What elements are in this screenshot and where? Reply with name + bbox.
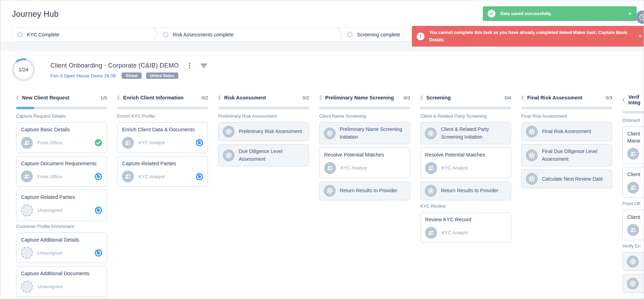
- column-header[interactable]: New Client Request 1/5: [16, 94, 107, 101]
- column-count: 0/3: [403, 95, 410, 100]
- journey-board: New Client Request 1/5 Capture Request D…: [16, 94, 644, 299]
- jurisdiction-badge: United States: [146, 72, 178, 79]
- system-task-card[interactable]: Preliminary Name Screening Initiation: [319, 122, 410, 144]
- column-title: Verif Integ: [628, 94, 641, 105]
- task-title: Client & Related Party Screening Initiat…: [441, 126, 507, 141]
- journey-template-link[interactable]: Fen-X Open House Demo 28.09: [50, 73, 115, 78]
- column-screening: Screening 0/4 Client & Related Party Scr…: [420, 94, 511, 299]
- assignee-name: KYC Analyst: [341, 165, 367, 171]
- assignee-avatar-icon: [425, 227, 437, 239]
- history-button[interactable]: [636, 11, 644, 24]
- task-card[interactable]: Client: [622, 167, 644, 198]
- system-task-card[interactable]: Return Results to Provider: [420, 181, 511, 200]
- column-preliminary-name-screening: Preliminary Name Screening 0/3 Client Na…: [319, 94, 410, 299]
- task-title: Return Results to Provider: [340, 187, 397, 195]
- milestone-risk-assessments-complete[interactable]: Risk Assessments complete: [158, 28, 337, 41]
- task-card[interactable]: Client Mana: [622, 126, 644, 164]
- system-task-card[interactable]: Return Results to Provider: [319, 181, 410, 200]
- status-in-progress-icon: [95, 249, 102, 257]
- stage-label: Capture Request Details: [16, 113, 107, 119]
- journey-header: 1/24 Client Onboarding - Corporate (C&IB…: [12, 58, 207, 81]
- system-task-card[interactable]: Preliminary Risk Assessment: [218, 122, 309, 141]
- column-header[interactable]: Preliminary Name Screening 0/3: [319, 94, 410, 101]
- column-header[interactable]: Enrich Client Information 0/2: [117, 94, 208, 101]
- jurisdiction-badge: Global: [122, 72, 141, 79]
- system-task-card[interactable]: Client & Related Party Screening Initiat…: [420, 122, 511, 144]
- system-task-card[interactable]: Calculate Next Review Date: [521, 169, 612, 188]
- task-card[interactable]: Review KYC Record KYC Analyst: [420, 212, 511, 243]
- task-card[interactable]: Client: [622, 210, 644, 241]
- task-card[interactable]: Enrich Client Data & Documents KYC Analy…: [117, 122, 208, 153]
- column-progress-bar: [117, 107, 208, 109]
- column-header[interactable]: Final Risk Assessment 0/3: [521, 94, 612, 101]
- close-icon[interactable]: ×: [638, 33, 642, 39]
- system-task-card[interactable]: Final Risk Assessment: [521, 122, 612, 141]
- task-card[interactable]: Capture Additional Documents Unassigned: [16, 266, 107, 297]
- milestone-kyc-complete[interactable]: KYC Complete: [12, 28, 153, 41]
- column-header[interactable]: Verif Integ: [622, 94, 644, 105]
- assignee-avatar-icon: [324, 162, 336, 174]
- status-done-icon: [95, 139, 102, 146]
- chevron-left-icon: [420, 95, 423, 100]
- assignee-name: Unassigned: [37, 208, 62, 213]
- task-title: Capture Additional Details: [21, 237, 102, 244]
- column-header[interactable]: Screening 0/4: [420, 94, 511, 101]
- task-card[interactable]: Capture Related Parties KYC Analyst: [117, 156, 208, 187]
- task-card[interactable]: Capture Related Parties Unassigned: [16, 190, 107, 221]
- task-title: Client: [627, 171, 644, 178]
- assignee-avatar-icon: [122, 171, 134, 182]
- assignee-name: KYC Analyst: [138, 174, 165, 179]
- task-title: Preliminary Name Screening Initiation: [340, 126, 406, 141]
- gear-icon: [425, 127, 437, 139]
- task-title: Preliminary Risk Assessment: [239, 128, 302, 135]
- gear-icon: [526, 173, 538, 185]
- task-title: Capture Related Parties: [122, 160, 203, 167]
- milestone-circle-icon: [17, 32, 23, 38]
- assignee-name: KYC Analyst: [138, 140, 165, 145]
- task-title: Resolve Potential Matches: [425, 152, 506, 159]
- column-progress-bar: [218, 107, 309, 109]
- system-task-card[interactable]: Due Diligence Level Assessment: [218, 144, 309, 166]
- task-card[interactable]: Resolve Potential Matches KYC Analyst: [319, 147, 410, 178]
- clock-history-icon: [638, 13, 644, 22]
- toast-success: Data saved successfully. ×: [483, 6, 637, 21]
- stage-label: KYC Review: [420, 203, 511, 209]
- task-title: Enrich Client Data & Documents: [122, 126, 203, 133]
- column-enrich-client-information: Enrich Client Information 0/2 Enrich KYC…: [117, 94, 208, 299]
- gear-icon: [526, 126, 538, 138]
- task-title: Final Risk Assessment: [542, 128, 591, 135]
- system-task-card[interactable]: Final Due Diligence Level Assessment: [521, 144, 612, 166]
- system-task-card[interactable]: [622, 274, 644, 293]
- task-title: Capture Additional Documents: [21, 270, 102, 277]
- column-count: 1/5: [100, 95, 107, 100]
- toast-message: You cannot complete this task as you hav…: [429, 29, 634, 43]
- task-card[interactable]: Capture Additional Details Unassigned: [16, 232, 107, 263]
- task-title: Capture Document Requirements: [21, 160, 102, 167]
- gear-icon: [627, 256, 639, 267]
- task-title: Client Mana: [627, 131, 644, 144]
- kebab-menu-icon[interactable]: [188, 62, 191, 69]
- status-in-progress-icon: [196, 139, 203, 146]
- assignee-name: Unassigned: [37, 250, 62, 256]
- column-header[interactable]: Risk Assessment 0/2: [218, 94, 309, 101]
- milestone-circle-icon: [163, 32, 169, 38]
- task-card[interactable]: Capture Document Requirements Front Offi…: [16, 156, 107, 187]
- milestone-label: KYC Complete: [27, 32, 59, 37]
- stage-label: Verify En: [622, 243, 644, 249]
- unassigned-avatar-icon: [21, 204, 33, 216]
- task-title: Capture Related Parties: [21, 194, 102, 201]
- task-card[interactable]: Resolve Potential Matches KYC Analyst: [420, 147, 511, 178]
- stage-label: Onboard: [622, 118, 644, 123]
- milestone-circle-icon: [347, 32, 353, 38]
- task-title: Review KYC Record: [425, 216, 506, 223]
- close-icon[interactable]: ×: [628, 11, 632, 17]
- assignee-avatar-icon: [21, 171, 33, 182]
- error-exclamation-icon: !: [417, 33, 424, 40]
- filter-icon[interactable]: [200, 63, 207, 69]
- chevron-left-icon: [117, 95, 120, 100]
- column-progress-bar: [319, 107, 410, 109]
- column-title: Risk Assessment: [224, 95, 266, 100]
- chevron-left-icon: [622, 97, 625, 102]
- system-task-card[interactable]: [622, 252, 644, 271]
- task-card[interactable]: Capture Basic Details Front Office: [16, 122, 107, 153]
